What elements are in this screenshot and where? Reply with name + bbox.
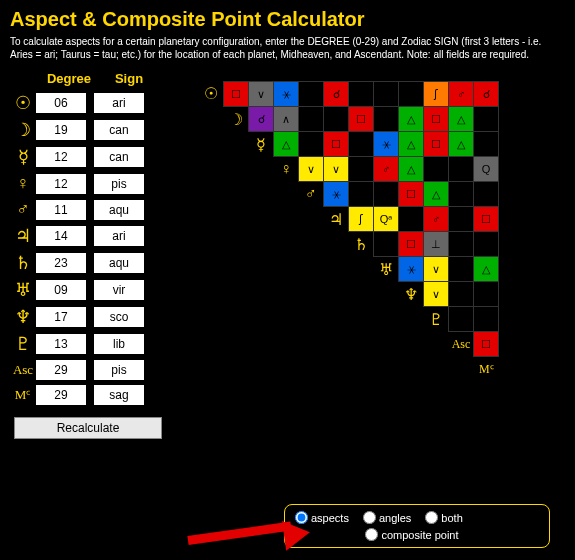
input-panel: Degree Sign ☉ ☽ ☿ ♀ ♂ ♃ ♄ ♅ ♆ ♇ Asc Mᶜ R… [10, 71, 180, 439]
sign-input-neptune[interactable] [94, 307, 144, 327]
aspect-cell: ⚹ [374, 132, 399, 157]
glyph-moon: ☽ [10, 119, 36, 141]
aspect-cell: ☐ [399, 232, 424, 257]
grid-row-header: Mᶜ [474, 357, 499, 382]
grid-row-header: ♂ [299, 182, 324, 207]
sign-input-pluto[interactable] [94, 334, 144, 354]
aspect-cell: ∨ [424, 282, 449, 307]
aspect-cell: △ [399, 132, 424, 157]
recalculate-button[interactable]: Recalculate [14, 417, 162, 439]
aspect-grid: ☉☐∨⚹☌ʃ♂☌☽☌∧☐△☐△☿△☐⚹△☐△♀∨∨♂△Q♂⚹☐△♃ʃQᵃ♂☐♄☐… [198, 81, 499, 382]
sign-input-venus[interactable] [94, 174, 144, 194]
grid-row-header: ♃ [324, 207, 349, 232]
glyph-uranus: ♅ [10, 279, 36, 301]
aspect-cell [449, 182, 474, 207]
page-title: Aspect & Composite Point Calculator [10, 8, 565, 31]
grid-row-header: ♄ [349, 232, 374, 257]
aspect-cell: ☐ [324, 132, 349, 157]
grid-row-header: ♇ [424, 307, 449, 332]
aspect-cell: △ [274, 132, 299, 157]
aspect-cell: ∨ [299, 157, 324, 182]
aspect-cell [299, 132, 324, 157]
aspect-cell [324, 107, 349, 132]
aspect-cell [349, 132, 374, 157]
aspect-cell: ☐ [474, 207, 499, 232]
aspect-cell: Q [474, 157, 499, 182]
aspect-cell: ⚹ [274, 82, 299, 107]
option-composite[interactable]: composite point [365, 528, 458, 541]
aspect-cell: △ [449, 132, 474, 157]
aspect-cell [449, 257, 474, 282]
grid-row-header: ☉ [199, 82, 224, 107]
aspect-cell [474, 282, 499, 307]
glyph-mars: ♂ [10, 199, 36, 220]
aspect-cell: ʃ [424, 82, 449, 107]
glyph-jupiter: ♃ [10, 225, 36, 247]
radio-angles[interactable] [363, 511, 376, 524]
aspect-cell: ∨ [424, 257, 449, 282]
degree-input-uranus[interactable] [36, 280, 86, 300]
aspect-cell: ∨ [249, 82, 274, 107]
aspect-cell [349, 157, 374, 182]
aspect-cell: ☐ [474, 332, 499, 357]
aspect-cell [474, 307, 499, 332]
aspect-cell [449, 307, 474, 332]
glyph-mercury: ☿ [10, 146, 36, 168]
radio-composite[interactable] [365, 528, 378, 541]
glyph-saturn: ♄ [10, 252, 36, 274]
aspect-cell [399, 82, 424, 107]
instructions-text: To calculate aspects for a certain plane… [10, 35, 565, 61]
sign-input-saturn[interactable] [94, 253, 144, 273]
degree-input-venus[interactable] [36, 174, 86, 194]
aspect-cell: ☌ [249, 107, 274, 132]
degree-input-midheaven[interactable] [36, 385, 86, 405]
aspect-cell: ⚹ [399, 257, 424, 282]
degree-input-mars[interactable] [36, 200, 86, 220]
aspect-cell [299, 82, 324, 107]
degree-input-saturn[interactable] [36, 253, 86, 273]
glyph-neptune: ♆ [10, 306, 36, 328]
sign-input-mercury[interactable] [94, 147, 144, 167]
aspect-cell [399, 207, 424, 232]
degree-input-pluto[interactable] [36, 334, 86, 354]
header-sign: Sign [104, 71, 154, 86]
sign-input-ascendant[interactable] [94, 360, 144, 380]
aspect-cell: ♂ [449, 82, 474, 107]
degree-input-moon[interactable] [36, 120, 86, 140]
degree-input-sun[interactable] [36, 93, 86, 113]
annotation-arrow [188, 514, 328, 550]
aspect-cell: ☐ [224, 82, 249, 107]
sign-input-uranus[interactable] [94, 280, 144, 300]
aspect-cell [474, 107, 499, 132]
aspect-cell [449, 282, 474, 307]
degree-input-mercury[interactable] [36, 147, 86, 167]
aspect-cell: ⊥ [424, 232, 449, 257]
radio-both[interactable] [425, 511, 438, 524]
aspect-cell [449, 207, 474, 232]
sign-input-moon[interactable] [94, 120, 144, 140]
glyph-midheaven: Mᶜ [10, 387, 36, 403]
aspect-cell [349, 82, 374, 107]
grid-row-header: Asc [449, 332, 474, 357]
aspect-cell: △ [449, 107, 474, 132]
sign-input-midheaven[interactable] [94, 385, 144, 405]
aspect-cell [299, 107, 324, 132]
option-angles[interactable]: angles [363, 511, 411, 524]
degree-input-neptune[interactable] [36, 307, 86, 327]
aspect-cell [374, 232, 399, 257]
aspect-cell: Qᵃ [374, 207, 399, 232]
aspect-cell [474, 182, 499, 207]
sign-input-mars[interactable] [94, 200, 144, 220]
glyph-sun: ☉ [10, 92, 36, 114]
aspect-cell [374, 182, 399, 207]
grid-row-header: ♆ [399, 282, 424, 307]
sign-input-jupiter[interactable] [94, 226, 144, 246]
option-both[interactable]: both [425, 511, 462, 524]
aspect-grid-container: ☉☐∨⚹☌ʃ♂☌☽☌∧☐△☐△☿△☐⚹△☐△♀∨∨♂△Q♂⚹☐△♃ʃQᵃ♂☐♄☐… [198, 81, 565, 439]
aspect-cell: △ [399, 157, 424, 182]
degree-input-jupiter[interactable] [36, 226, 86, 246]
degree-input-ascendant[interactable] [36, 360, 86, 380]
glyph-venus: ♀ [10, 173, 36, 194]
sign-input-sun[interactable] [94, 93, 144, 113]
glyph-ascendant: Asc [10, 362, 36, 378]
